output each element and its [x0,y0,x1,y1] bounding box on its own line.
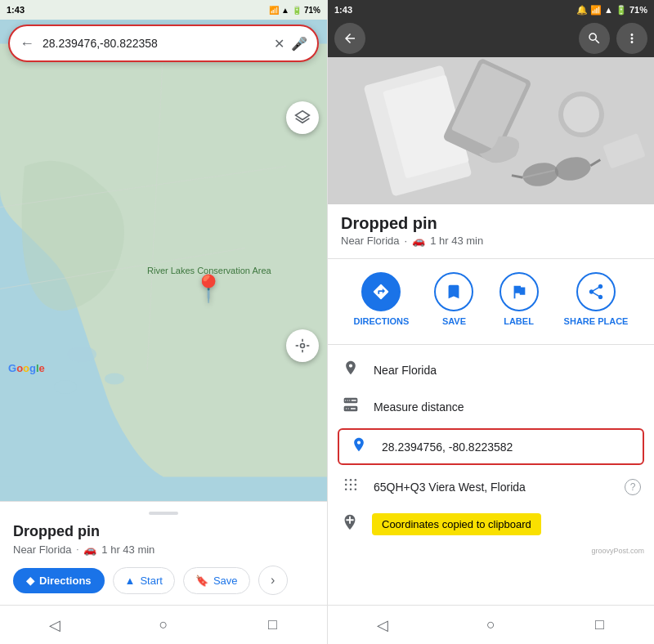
notification-icon: 🔔 [576,5,588,16]
svg-point-28 [355,479,357,481]
add-pin-icon [341,513,361,535]
clear-icon[interactable]: ✕ [274,36,284,51]
measure-icon [341,396,361,417]
location-text-right: Near Florida [341,235,400,247]
signal-icon: 📶 [269,6,279,15]
nav-bar-left: ◁ ○ □ [0,605,327,644]
coordinates-pin-icon [349,436,369,457]
save-action[interactable]: SAVE [434,272,473,326]
save-action-label: SAVE [442,316,466,326]
save-label-left: Save [213,575,238,587]
back-arrow-icon[interactable]: ← [20,35,34,52]
place-subtitle-right: Near Florida · 🚗 1 hr 43 min [328,235,654,247]
share-action[interactable]: SHARE PLACE [564,272,629,326]
nav-recents-left[interactable]: □ [258,610,287,640]
right-panel: 1:43 🔔 📶 ▲ 🔋 71% [327,0,654,644]
time-text-left: 1 hr 43 min [101,543,155,556]
save-button-left[interactable]: 🔖 Save [183,567,250,594]
battery-icon: 🔋 [292,6,302,15]
battery-pct-right: 71% [629,5,647,15]
divider-1 [328,258,654,259]
map-pin[interactable]: 📍 [192,273,225,304]
status-bar-right: 1:43 🔔 📶 ▲ 🔋 71% [328,0,654,20]
svg-point-26 [345,479,347,481]
action-buttons-row: ◆ Directions ▲ Start 🔖 Save › [13,566,314,595]
time-right: 1:43 [334,5,352,15]
svg-point-2 [105,373,124,385]
svg-point-1 [67,347,96,363]
start-label: Start [140,575,162,587]
divider-2 [328,344,654,345]
sheet-handle [149,512,178,515]
clipboard-toast: Coordinates copied to clipboard [372,513,541,535]
layer-button[interactable] [286,101,319,134]
location-text-left: Near Florida [13,543,72,556]
svg-point-32 [345,489,347,491]
svg-point-30 [350,484,352,486]
wifi-icon: ▲ [281,6,289,15]
wifi-icon-right: ▲ [604,5,613,15]
place-title-left: Dropped pin [13,523,314,540]
search-bar[interactable]: ← 28.239476,-80.822358 ✕ 🎤 [8,25,319,62]
help-button[interactable]: ? [625,479,641,495]
save-icon: 🔖 [195,575,208,587]
info-panel: Dropped pin Near Florida · 🚗 1 hr 43 min… [328,204,654,605]
svg-point-31 [355,484,357,486]
location-row-text: Near Florida [374,364,437,377]
share-action-label: SHARE PLACE [564,316,629,326]
place-subtitle-left: Near Florida · 🚗 1 hr 43 min [13,543,314,556]
map-background: River Lakes Conservation Area 📍 [0,20,327,501]
time-text-right: 1 hr 43 min [430,235,483,247]
place-image-svg [328,57,654,204]
label-circle [499,272,539,311]
svg-point-3 [54,381,77,394]
info-row-measure[interactable]: Measure distance [328,388,654,425]
location-button[interactable] [286,329,319,362]
svg-point-34 [355,489,357,491]
svg-point-29 [345,484,347,486]
nav-back-left[interactable]: ◁ [40,610,69,640]
search-bar-icons: ✕ 🎤 [274,36,307,51]
svg-point-8 [301,344,305,348]
directions-diamond-icon: ◆ [26,575,34,587]
svg-point-33 [350,489,352,491]
map-area[interactable]: River Lakes Conservation Area 📍 [0,20,327,501]
directions-action[interactable]: DIRECTIONS [354,272,410,326]
search-button[interactable] [579,23,610,54]
place-image [328,57,654,204]
back-button-right[interactable] [334,23,365,54]
coordinates-text: 28.2394756, -80.8223582 [382,441,513,454]
map-svg [0,20,327,501]
save-circle [434,272,473,311]
directions-action-label: DIRECTIONS [354,316,410,326]
battery-icon-right: 🔋 [616,5,627,16]
status-icons-right: 🔔 📶 ▲ 🔋 71% [576,5,647,16]
measure-row-text: Measure distance [374,400,464,414]
info-row-coordinates[interactable]: 28.2394756, -80.8223582 [338,428,644,465]
mic-icon[interactable]: 🎤 [291,36,307,51]
plus-code-icon [341,476,361,497]
label-action[interactable]: LABEL [499,272,539,326]
start-icon: ▲ [125,575,136,587]
chevron-right-icon: › [271,573,275,588]
toast-row[interactable]: Coordinates copied to clipboard [328,505,654,543]
nav-home-right[interactable]: ○ [477,610,506,640]
car-icon: 🚗 [83,543,96,556]
directions-button[interactable]: ◆ Directions [13,568,105,593]
more-button[interactable]: › [258,566,288,595]
search-text[interactable]: 28.239476,-80.822358 [43,37,274,50]
start-button[interactable]: ▲ Start [113,567,175,594]
directions-circle [361,272,401,311]
action-buttons-right: DIRECTIONS SAVE LABEL [328,266,654,338]
info-row-location[interactable]: Near Florida [328,351,654,388]
pluscode-text: 65QH+Q3 Viera West, Florida [374,481,526,494]
place-title-right: Dropped pin [328,214,654,233]
bottom-sheet-left: Dropped pin Near Florida · 🚗 1 hr 43 min… [0,501,327,605]
more-options-button[interactable] [616,23,647,54]
label-action-label: LABEL [504,316,534,326]
share-circle [576,272,616,311]
nav-home-left[interactable]: ○ [149,610,178,640]
nav-back-right[interactable]: ◁ [368,610,397,640]
nav-recents-right[interactable]: □ [585,610,615,640]
info-row-pluscode[interactable]: 65QH+Q3 Viera West, Florida ? [328,468,654,505]
